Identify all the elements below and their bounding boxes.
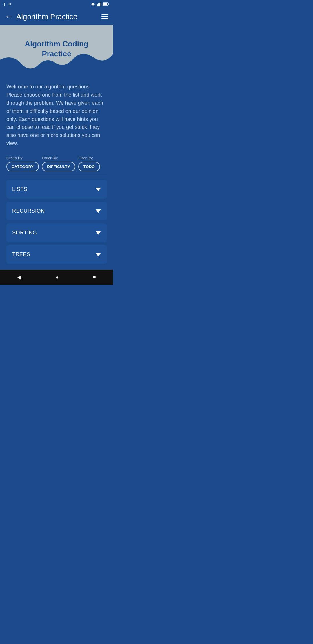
accordion-lists[interactable]: LISTS xyxy=(6,180,107,199)
wifi-icon xyxy=(90,2,96,6)
back-button[interactable]: ← xyxy=(5,12,13,21)
accordion-lists-label: LISTS xyxy=(12,186,28,192)
order-by-control: Order By: DIFFICULTY xyxy=(42,156,75,171)
filter-by-label: Filter By: xyxy=(78,156,93,160)
welcome-text: Welcome to our algorithm questions. Plea… xyxy=(6,83,107,148)
svg-rect-3 xyxy=(101,2,101,6)
nav-back-button[interactable]: ◀ xyxy=(17,274,21,281)
svg-rect-5 xyxy=(103,3,107,5)
svg-rect-2 xyxy=(99,3,100,6)
accordion-lists-arrow xyxy=(96,188,101,191)
accordion-sorting-label: SORTING xyxy=(12,230,37,236)
controls-row: Group By: CATEGORY Order By: DIFFICULTY … xyxy=(6,156,107,171)
home-nav-icon: ● xyxy=(56,274,59,281)
accordion-recursion-label: RECURSION xyxy=(12,208,45,214)
bottom-nav-bar: ◀ ● ■ xyxy=(0,270,113,285)
group-by-control: Group By: CATEGORY xyxy=(6,156,39,171)
filter-by-control: Filter By: TODO xyxy=(78,156,100,171)
accordion-recursion-arrow xyxy=(96,209,101,213)
recent-nav-icon: ■ xyxy=(93,275,96,280)
svg-rect-1 xyxy=(98,3,99,6)
filter-by-button[interactable]: TODO xyxy=(78,162,100,171)
battery-icon xyxy=(103,2,109,6)
menu-line-1 xyxy=(101,14,108,15)
hero-title: Algorithm Coding Practice xyxy=(19,39,94,59)
category-list: LISTS RECURSION SORTING TREES xyxy=(6,180,107,264)
time-display: | xyxy=(4,2,5,6)
signal-icon xyxy=(97,2,101,6)
group-by-button[interactable]: CATEGORY xyxy=(6,162,39,171)
accordion-sorting[interactable]: SORTING xyxy=(6,223,107,242)
order-by-button[interactable]: DIFFICULTY xyxy=(42,162,75,171)
menu-line-3 xyxy=(101,18,108,19)
body-content: Welcome to our algorithm questions. Plea… xyxy=(0,77,113,264)
nav-home-button[interactable]: ● xyxy=(56,274,59,281)
menu-line-2 xyxy=(101,16,108,17)
accordion-trees[interactable]: TREES xyxy=(6,245,107,264)
order-by-label: Order By: xyxy=(42,156,58,160)
status-time: | ⚙ xyxy=(4,2,11,6)
accordion-trees-arrow xyxy=(96,253,101,256)
hero-banner: Algorithm Coding Practice xyxy=(0,25,113,77)
accordion-trees-label: TREES xyxy=(12,252,30,258)
nav-recent-button[interactable]: ■ xyxy=(93,275,96,280)
svg-rect-6 xyxy=(108,3,109,5)
back-nav-icon: ◀ xyxy=(17,274,21,281)
gear-icon: ⚙ xyxy=(8,2,11,6)
group-by-label: Group By: xyxy=(6,156,23,160)
nav-bar: ← Algorithm Practice xyxy=(0,8,113,25)
page-title: Algorithm Practice xyxy=(16,12,101,21)
menu-button[interactable] xyxy=(101,14,108,19)
svg-rect-0 xyxy=(97,4,98,6)
status-indicators xyxy=(90,2,109,6)
accordion-sorting-arrow xyxy=(96,231,101,235)
status-bar: | ⚙ xyxy=(0,0,113,8)
divider xyxy=(6,176,107,176)
accordion-recursion[interactable]: RECURSION xyxy=(6,202,107,220)
